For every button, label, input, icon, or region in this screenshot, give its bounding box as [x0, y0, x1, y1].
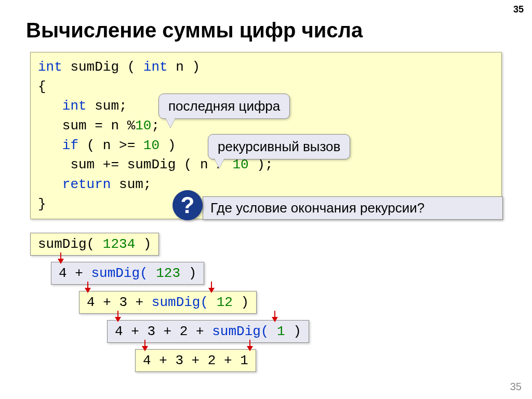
kw-return: return [62, 177, 111, 192]
code-text: sum = n % [38, 118, 135, 134]
kw-int: int [38, 59, 62, 75]
arrow-icon [87, 282, 88, 292]
slide-title: Вычисление суммы цифр числа [26, 19, 363, 42]
question-box: Где условие окончания рекурсии? [203, 196, 503, 220]
arg: 1234 [103, 236, 135, 252]
code-text: ) [233, 295, 249, 310]
arg: 12 [217, 295, 233, 310]
step-2: 4 + sumDig( 123 ) [51, 262, 204, 285]
code-text [38, 98, 62, 114]
kw-int: int [143, 59, 168, 75]
step-5: 4 + 3 + 2 + 1 [135, 349, 256, 372]
code-text: 4 + 3 + 2 + 1 [143, 353, 248, 368]
code-text: ) [180, 265, 196, 281]
arrow-icon [249, 340, 250, 350]
code-text: { [38, 79, 46, 95]
page-number-top: 35 [513, 4, 524, 15]
arrow-icon [60, 252, 61, 263]
callout-tail [214, 158, 224, 168]
code-text: 4 + [59, 265, 91, 281]
code-text: ) [285, 324, 301, 339]
fn-name: sumDig( [91, 265, 156, 281]
code-text: n ) [168, 59, 200, 75]
fn-name: sumDig( [212, 324, 277, 339]
code-text: 4 + 3 + 2 + [115, 324, 212, 339]
code-text: sum; [87, 98, 127, 114]
arrow-icon [117, 311, 118, 321]
code-text: ; [151, 118, 159, 134]
callout-last-digit: последняя цифра [158, 94, 290, 119]
question-mark-icon: ? [172, 190, 203, 220]
kw-int: int [62, 98, 87, 114]
fn-name: sumDig( [152, 295, 217, 310]
code-text: 4 + 3 + [87, 295, 152, 310]
code-text: ) [159, 138, 176, 153]
arrow-icon [144, 340, 145, 350]
arrow-icon [211, 282, 212, 292]
code-text: } [38, 196, 46, 212]
arg: 1 [277, 324, 285, 339]
step-3: 4 + 3 + sumDig( 12 ) [79, 291, 257, 314]
code-text: ( n >= [78, 138, 143, 153]
step-1: sumDig( 1234 ) [30, 233, 159, 256]
page-number-bottom: 35 [510, 381, 522, 393]
code-text: sum; [111, 177, 151, 192]
code-text: ) [135, 236, 151, 252]
callout-recursive-call: рекурсивный вызов [208, 134, 350, 159]
num-literal: 10 [143, 138, 159, 153]
num-literal: 10 [135, 118, 151, 134]
fn-name: sumDig( [38, 236, 103, 252]
callout-tail [165, 117, 176, 128]
code-text: sum += sumDig ( n / [38, 157, 232, 172]
code-text [38, 177, 62, 192]
kw-if: if [62, 138, 78, 153]
step-4: 4 + 3 + 2 + sumDig( 1 ) [107, 320, 309, 343]
arg: 123 [156, 265, 180, 281]
code-text [38, 138, 62, 153]
code-text: sumDig ( [62, 59, 143, 75]
arrow-icon [274, 311, 275, 321]
